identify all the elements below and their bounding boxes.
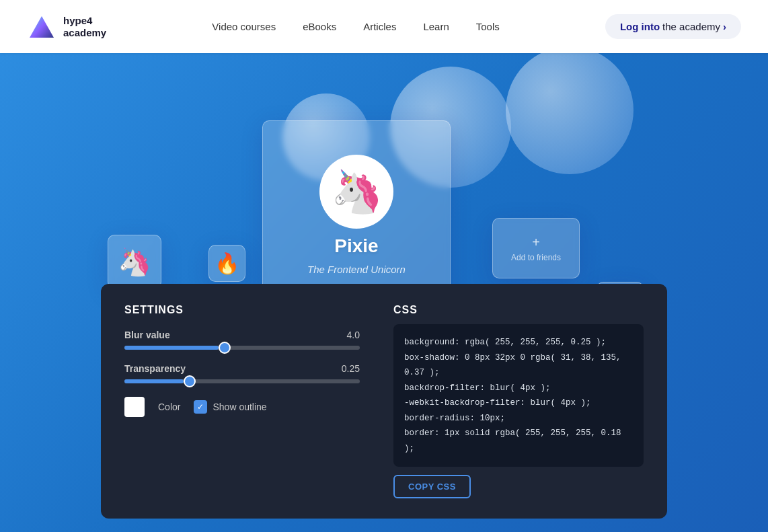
add-friends-card[interactable]: + Add to friends — [492, 218, 580, 278]
copy-css-button[interactable]: COPY CSS — [393, 475, 471, 498]
show-outline-label: Show outline — [213, 402, 266, 412]
svg-marker-0 — [30, 16, 54, 38]
blur-label: Blur value — [124, 330, 170, 340]
css-line-2: box-shadow: 0 8px 32px 0 rgba( 31, 38, 1… — [404, 350, 633, 381]
logo-hype4: hype4 — [63, 15, 106, 27]
add-plus-icon: + — [532, 235, 540, 250]
login-arrow: › — [723, 21, 726, 32]
transparency-track[interactable] — [124, 379, 360, 383]
logo-text: hype4 academy — [63, 15, 106, 39]
emoji-card-fire: 🔥 — [208, 245, 245, 282]
color-row: Color ✓ Show outline — [124, 397, 360, 417]
css-line-5: border-radius: 10px; — [404, 411, 633, 426]
transparency-label: Transparency — [124, 363, 186, 374]
nav-tools[interactable]: Tools — [476, 21, 500, 32]
profile-card: 🦄 Pixie The Frontend Unicorn — [262, 120, 451, 309]
sphere-4 — [506, 53, 633, 174]
blur-thumb[interactable] — [219, 342, 231, 354]
css-title: CSS — [393, 304, 644, 316]
show-outline-checkbox[interactable]: ✓ — [194, 400, 207, 414]
color-swatch[interactable] — [124, 397, 145, 417]
transparency-fill — [124, 379, 184, 383]
css-code-block: background: rgba( 255, 255, 255, 0.25 );… — [393, 324, 644, 467]
css-line-3: backdrop-filter: blur( 4px ); — [404, 381, 633, 396]
nav-learn[interactable]: Learn — [423, 21, 449, 32]
logo-academy: academy — [63, 27, 106, 39]
login-normal: the academy — [662, 21, 720, 32]
css-line-4: -webkit-backdrop-filter: blur( 4px ); — [404, 395, 633, 411]
logo[interactable]: hype4 academy — [27, 12, 106, 42]
header: hype4 academy Video courses eBooks Artic… — [0, 0, 768, 53]
blur-label-row: Blur value 4.0 — [124, 330, 360, 340]
blur-track[interactable] — [124, 346, 360, 350]
css-panel: CSS background: rgba( 255, 255, 255, 0.2… — [393, 304, 644, 498]
color-label: Color — [158, 402, 180, 412]
avatar: 🦄 — [319, 155, 393, 229]
settings-left: SETTINGS Blur value 4.0 Transparency 0.2… — [124, 304, 360, 498]
hero: 🦄 Pixie The Frontend Unicorn 🦄 🔥 🤩 + Add… — [0, 53, 768, 532]
checkmark-icon: ✓ — [197, 402, 204, 412]
logo-icon — [27, 12, 56, 42]
nav: Video courses eBooks Articles Learn Tool… — [212, 21, 499, 32]
transparency-value: 0.25 — [342, 363, 360, 374]
profile-subtitle: The Frontend Unicorn — [307, 264, 406, 275]
css-line-6: border: 1px solid rgba( 255, 255, 255, 0… — [404, 426, 633, 456]
css-line-1: background: rgba( 255, 255, 255, 0.25 ); — [404, 335, 633, 350]
blur-value: 4.0 — [347, 330, 360, 340]
show-outline-row: ✓ Show outline — [194, 400, 266, 414]
nav-ebooks[interactable]: eBooks — [303, 21, 336, 32]
transparency-slider-group: Transparency 0.25 — [124, 363, 360, 383]
unicorn-emoji: 🦄 — [118, 246, 151, 278]
fire-emoji: 🔥 — [215, 252, 239, 275]
blur-fill — [124, 346, 219, 350]
emoji-card-unicorn: 🦄 — [108, 235, 161, 289]
blur-slider-group: Blur value 4.0 — [124, 330, 360, 350]
login-bold: Log into — [620, 21, 660, 32]
add-label: Add to friends — [511, 253, 561, 262]
nav-video-courses[interactable]: Video courses — [212, 21, 276, 32]
login-button[interactable]: Log into the academy › — [605, 14, 741, 39]
settings-title: SETTINGS — [124, 304, 360, 316]
profile-name: Pixie — [334, 235, 378, 257]
transparency-thumb[interactable] — [184, 375, 196, 387]
nav-articles[interactable]: Articles — [363, 21, 396, 32]
settings-panel: SETTINGS Blur value 4.0 Transparency 0.2… — [101, 284, 667, 519]
transparency-label-row: Transparency 0.25 — [124, 363, 360, 374]
